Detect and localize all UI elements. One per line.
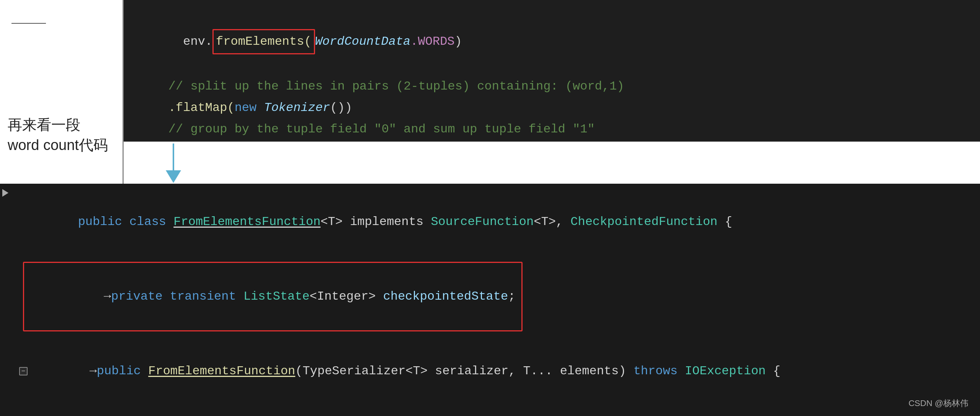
arrow-svg [143, 142, 219, 184]
section-label: 再来看一段 word count代码 [8, 115, 108, 155]
top-code-block: env.fromElements(WordCountData.WORDS) //… [124, 0, 980, 142]
bottom-line-3: − →public FromElementsFunction(TypeSeria… [19, 339, 972, 403]
bottom-line-blank2 [19, 331, 972, 339]
bottom-line-1: public class FromElementsFunction<T> imp… [19, 190, 972, 254]
code-line-2: // split up the lines in pairs (2-tuples… [139, 76, 965, 97]
code-line-4: // group by the tuple field "0" and sum … [139, 119, 965, 140]
bottom-code-area: public class FromElementsFunction<T> imp… [0, 184, 980, 416]
bottom-code-block: public class FromElementsFunction<T> imp… [0, 184, 980, 416]
bottom-line-blank1 [19, 254, 972, 262]
watermark: CSDN @杨林伟 [908, 398, 969, 409]
bottom-line-4: → →this(serializer, Arrays.asList(elemen… [19, 403, 972, 416]
arrow-area [124, 142, 980, 184]
bottom-line-2: →private transient ListState<Integer> ch… [19, 262, 972, 331]
divider-line [11, 23, 46, 24]
code-line-1: env.fromElements(WordCountData.WORDS) [139, 8, 965, 76]
svg-marker-0 [166, 170, 181, 183]
collapse-icon-1[interactable]: − [19, 367, 28, 375]
code-line-3: .flatMap(new Tokenizer()) [139, 97, 965, 119]
